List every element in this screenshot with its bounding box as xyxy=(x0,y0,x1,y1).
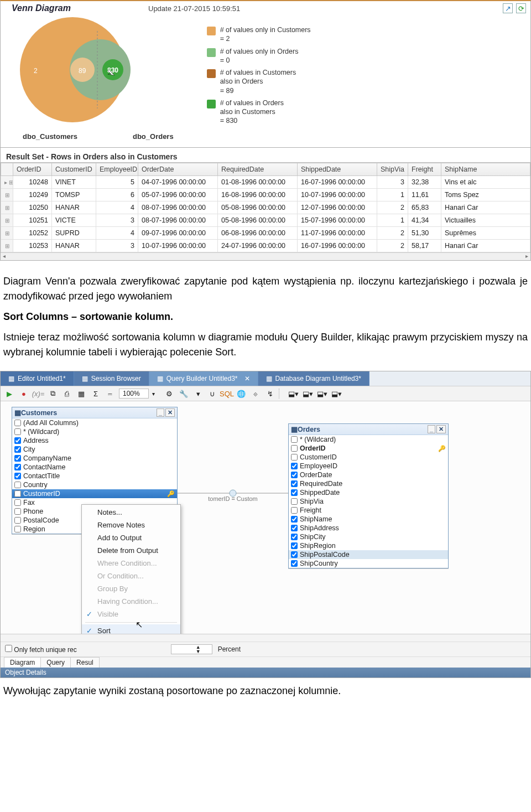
column-item[interactable]: Address xyxy=(12,436,177,445)
toolbar-icon[interactable]: ↯ xyxy=(264,388,275,399)
column-checkbox[interactable] xyxy=(291,551,298,558)
context-menu[interactable]: Notes...Remove NotesAdd to OutputDelete … xyxy=(81,504,181,634)
stop-icon[interactable]: ● xyxy=(18,388,29,399)
column-checkbox[interactable] xyxy=(291,436,298,443)
table-row[interactable]: ⊞10252SUPRD409-07-1996 00:00:0006-08-199… xyxy=(1,227,530,240)
table-row[interactable]: ⊞10251VICTE308-07-1996 00:00:0005-08-199… xyxy=(1,214,530,227)
column-checkbox[interactable] xyxy=(291,480,298,487)
column-item[interactable]: ContactTitle xyxy=(12,472,177,480)
toolbar-icon[interactable]: ⬓▾ xyxy=(302,388,313,399)
column-header[interactable]: ShippedDate xyxy=(298,163,377,176)
column-item[interactable]: CompanyName xyxy=(12,454,177,463)
toolbar-icon[interactable]: ▦ xyxy=(76,388,87,399)
column-checkbox[interactable] xyxy=(14,499,21,506)
column-item[interactable]: ShipCountry xyxy=(289,559,448,568)
column-checkbox[interactable] xyxy=(14,455,21,462)
column-checkbox[interactable] xyxy=(291,516,298,523)
table-row[interactable]: ⊞10253HANAR310-07-1996 00:00:0024-07-199… xyxy=(1,240,530,252)
toolbar-icon[interactable]: ⬓▾ xyxy=(316,388,327,399)
toolbar-icon[interactable]: ⧉ xyxy=(47,388,58,399)
column-header[interactable]: CustomerID xyxy=(52,163,96,176)
column-checkbox[interactable] xyxy=(291,463,298,469)
popout-icon[interactable]: ↗ xyxy=(503,3,513,13)
fx-icon[interactable]: (x)= xyxy=(33,388,44,399)
toolbar-icon[interactable]: 🔧 xyxy=(178,388,189,399)
column-checkbox[interactable] xyxy=(291,472,298,478)
column-item[interactable]: ShipVia xyxy=(289,497,448,506)
column-checkbox[interactable] xyxy=(14,526,21,532)
union-icon[interactable]: ∪ xyxy=(207,388,218,399)
column-item[interactable]: ShipCity xyxy=(289,532,448,541)
column-checkbox[interactable] xyxy=(14,517,21,524)
column-checkbox[interactable] xyxy=(291,445,298,452)
column-item[interactable]: ContactName xyxy=(12,463,177,472)
column-header[interactable]: OrderDate xyxy=(138,163,218,176)
refresh-icon[interactable]: ⟳ xyxy=(516,3,526,13)
column-checkbox[interactable] xyxy=(14,437,21,444)
zoom-combo[interactable]: 100% xyxy=(119,389,149,399)
context-menu-item[interactable]: Sort xyxy=(82,624,180,634)
column-checkbox[interactable] xyxy=(14,473,21,479)
qb-tab[interactable]: ▦Editor Untitled1* xyxy=(1,371,74,386)
row-expander[interactable]: ⊞ xyxy=(1,240,13,252)
bottom-tab[interactable]: Query xyxy=(40,657,71,668)
column-checkbox[interactable] xyxy=(14,446,21,453)
table-row[interactable]: ▸ ⊞10248VINET504-07-1996 00:00:0001-08-1… xyxy=(1,176,530,189)
column-header[interactable]: RequiredDate xyxy=(218,163,298,176)
column-header[interactable]: OrderID xyxy=(13,163,52,176)
column-checkbox[interactable] xyxy=(291,560,298,567)
column-item[interactable]: ShipRegion xyxy=(289,541,448,550)
toolbar-icon[interactable]: ⬓▾ xyxy=(288,388,299,399)
column-item[interactable]: ShipPostalCode xyxy=(289,550,448,559)
column-item[interactable]: City xyxy=(12,445,177,454)
column-header[interactable]: Freight xyxy=(408,163,441,176)
column-checkbox[interactable] xyxy=(14,464,21,470)
column-item[interactable]: Country xyxy=(12,480,177,489)
column-checkbox[interactable] xyxy=(291,525,298,531)
column-checkbox[interactable] xyxy=(291,454,298,461)
column-checkbox[interactable] xyxy=(14,490,21,497)
close-icon[interactable]: ✕ xyxy=(165,408,175,417)
context-menu-item[interactable]: Add to Output xyxy=(82,531,180,544)
row-expander[interactable]: ⊞ xyxy=(1,201,13,214)
table-orders[interactable]: ▦ Orders _✕ * (Wildcard)OrderID🔑Customer… xyxy=(288,423,449,568)
column-checkbox[interactable] xyxy=(291,498,298,505)
row-expander[interactable]: ▸ ⊞ xyxy=(1,176,13,189)
column-checkbox[interactable] xyxy=(14,482,21,488)
column-checkbox[interactable] xyxy=(14,508,21,515)
globe-icon[interactable]: 🌐 xyxy=(236,388,247,399)
qb-canvas[interactable]: ▦ Customers _✕ (Add All Columns)* (Wildc… xyxy=(1,401,530,634)
run-icon[interactable]: ▶ xyxy=(4,388,15,399)
column-checkbox[interactable] xyxy=(14,420,21,426)
column-header[interactable]: ShipVia xyxy=(377,163,408,176)
toolbar-icon[interactable]: ⟐ xyxy=(250,388,261,399)
close-icon[interactable]: ✕ xyxy=(244,375,250,382)
table-row[interactable]: ⊞10249TOMSP605-07-1996 00:00:0016-08-199… xyxy=(1,189,530,201)
column-item[interactable]: ShipAddress xyxy=(289,524,448,532)
column-header[interactable]: EmployeeID xyxy=(96,163,138,176)
column-item[interactable]: OrderID🔑 xyxy=(289,444,448,453)
column-item[interactable]: RequiredDate xyxy=(289,479,448,488)
column-item[interactable]: OrderDate xyxy=(289,470,448,479)
column-checkbox[interactable] xyxy=(291,507,298,514)
unique-checkbox[interactable]: Only fetch unique rec xyxy=(5,645,77,654)
qb-tab[interactable]: ▦Query Builder Untitled3*✕ xyxy=(149,371,258,386)
toolbar-icon[interactable]: ⎙ xyxy=(61,388,72,399)
column-item[interactable]: CustomerID🔑 xyxy=(12,489,177,498)
context-menu-item[interactable]: Remove Notes xyxy=(82,519,180,531)
row-expander[interactable]: ⊞ xyxy=(1,227,13,240)
column-item[interactable]: EmployeeID xyxy=(289,462,448,470)
column-item[interactable]: * (Wildcard) xyxy=(12,427,177,436)
bottom-tab[interactable]: Resul xyxy=(70,657,100,668)
qb-tab[interactable]: ▦Database Diagram Untitled3* xyxy=(258,371,369,386)
context-menu-item[interactable]: Notes... xyxy=(82,506,180,519)
column-item[interactable]: Freight xyxy=(289,506,448,515)
close-icon[interactable]: ✕ xyxy=(436,425,446,433)
column-item[interactable]: ShipName xyxy=(289,515,448,524)
column-item[interactable]: * (Wildcard) xyxy=(289,435,448,444)
canvas-hscroll[interactable] xyxy=(1,634,530,642)
toolbar-icon[interactable]: ⬓▾ xyxy=(331,388,342,399)
column-checkbox[interactable] xyxy=(291,534,298,540)
row-expander[interactable]: ⊞ xyxy=(1,214,13,227)
column-checkbox[interactable] xyxy=(14,428,21,435)
